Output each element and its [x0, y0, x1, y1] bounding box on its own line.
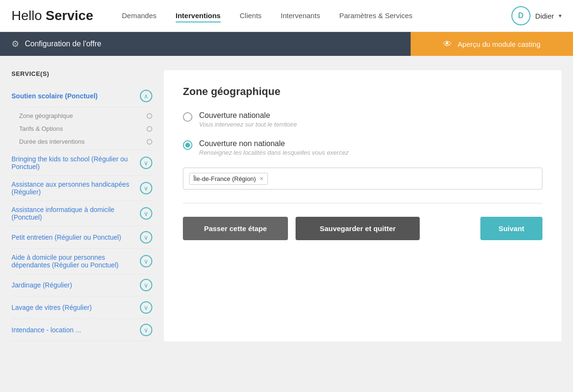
tag-input-area[interactable]: Île-de-France (Région) ×: [183, 168, 542, 190]
radio-nationale-sublabel: Vous intervenez sur tout le territoire: [199, 121, 297, 128]
sidebar-subitem-label: Durée des interventions: [19, 138, 85, 145]
brand-service: Service: [46, 8, 94, 23]
chevron-down-icon: ∨: [140, 324, 152, 336]
sidebar-subitem-zone[interactable]: Zone géographique: [19, 109, 152, 122]
radio-non-nationale-text: Couverture non nationale Renseignez les …: [199, 139, 349, 156]
chevron-up-icon: ∧: [140, 90, 152, 102]
preview-module-button[interactable]: 👁 Aperçu du module casting: [411, 32, 573, 56]
radio-circle-nationale: [183, 112, 192, 122]
sidebar-item-jardinage[interactable]: Jardinage (Régulier) ∨: [11, 274, 152, 297]
nav-clients[interactable]: Clients: [240, 10, 262, 22]
gear-icon: ⚙: [11, 39, 19, 49]
sidebar-section-title: SERVICE(S): [11, 70, 152, 77]
tag-text: Île-de-France (Région): [193, 175, 256, 182]
avatar: D: [511, 6, 531, 25]
chevron-down-icon: ∨: [140, 157, 152, 169]
radio-nationale[interactable]: Couverture nationale Vous intervenez sur…: [183, 111, 542, 128]
sidebar: SERVICE(S) Soutien scolaire (Ponctuel) ∧…: [11, 70, 152, 341]
nav-links: Demandes Interventions Clients Intervena…: [122, 10, 511, 22]
sidebar-item-label: Bringing the kids to school (Régulier ou…: [11, 155, 140, 170]
brand-logo: Hello Service: [11, 8, 93, 23]
subheader-left: ⚙ Configuration de l'offre: [0, 39, 411, 49]
navbar: Hello Service Demandes Interventions Cli…: [0, 0, 573, 32]
sidebar-item-label: Assistance informatique à domicile (Ponc…: [11, 206, 140, 221]
sidebar-item-aide-domicile[interactable]: Aide à domicile pour personnes dépendant…: [11, 249, 152, 274]
chevron-down-icon: ∨: [140, 279, 152, 291]
chevron-down-icon: ∨: [140, 301, 152, 314]
eye-icon: 👁: [443, 39, 452, 49]
sidebar-item-label: Jardinage (Régulier): [11, 281, 72, 289]
sidebar-item-label: Aide à domicile pour personnes dépendant…: [11, 254, 140, 269]
sidebar-item-petit-entretien[interactable]: Petit entretien (Régulier ou Ponctuel) ∨: [11, 226, 152, 249]
tag-ile-de-france: Île-de-France (Région) ×: [189, 173, 268, 185]
sidebar-subitems-soutien: Zone géographique Tarifs & Options Durée…: [11, 107, 152, 150]
chevron-down-icon: ∨: [140, 182, 152, 194]
sidebar-item-label: Assistance aux personnes handicapées (Ré…: [11, 180, 140, 196]
radio-non-nationale[interactable]: Couverture non nationale Renseignez les …: [183, 139, 542, 156]
user-name: Didier: [535, 12, 554, 20]
user-menu[interactable]: D Didier ▾: [511, 6, 562, 25]
preview-text: Aperçu du module casting: [457, 40, 540, 48]
subitem-dot-icon: [147, 139, 152, 145]
chevron-down-icon: ∨: [140, 255, 152, 267]
subheader-title: Configuration de l'offre: [25, 40, 101, 48]
sidebar-item-bringing[interactable]: Bringing the kids to school (Régulier ou…: [11, 150, 152, 176]
sidebar-item-assistance-handicap[interactable]: Assistance aux personnes handicapées (Ré…: [11, 176, 152, 201]
sauvegarder-quitter-button[interactable]: Sauvegarder et quitter: [296, 217, 420, 240]
page-title: Zone géographique: [183, 85, 542, 98]
chevron-down-icon: ∨: [140, 231, 152, 244]
sidebar-item-label: Lavage de vitres (Régulier): [11, 304, 92, 311]
sidebar-item-label: Intendance - location ...: [11, 326, 81, 334]
sidebar-item-label: Soutien scolaire (Ponctuel): [11, 92, 97, 100]
sidebar-item-assistance-info[interactable]: Assistance informatique à domicile (Ponc…: [11, 201, 152, 226]
subitem-dot-icon: [147, 126, 152, 132]
subheader: ⚙ Configuration de l'offre 👁 Aperçu du m…: [0, 32, 573, 56]
suivant-button[interactable]: Suivant: [480, 217, 542, 240]
brand-hello: Hello: [11, 8, 46, 23]
subitem-dot-icon: [147, 113, 152, 119]
radio-nationale-text: Couverture nationale Vous intervenez sur…: [199, 111, 297, 128]
main-layout: SERVICE(S) Soutien scolaire (Ponctuel) ∧…: [0, 56, 573, 356]
sidebar-subitem-label: Zone géographique: [19, 112, 73, 119]
nav-interventions[interactable]: Interventions: [176, 10, 221, 22]
sidebar-item-lavage-vitres[interactable]: Lavage de vitres (Régulier) ∨: [11, 297, 152, 319]
radio-circle-non-nationale: [183, 140, 192, 150]
sidebar-item-intendance[interactable]: Intendance - location ... ∨: [11, 319, 152, 341]
radio-nationale-label: Couverture nationale: [199, 111, 297, 120]
action-buttons: Passer cette étape Sauvegarder et quitte…: [183, 217, 542, 240]
sidebar-subitem-tarifs[interactable]: Tarifs & Options: [19, 122, 152, 135]
sidebar-item-label: Petit entretien (Régulier ou Ponctuel): [11, 233, 121, 241]
chevron-down-icon: ▾: [559, 12, 562, 19]
nav-demandes[interactable]: Demandes: [122, 10, 157, 22]
sidebar-subitem-label: Tarifs & Options: [19, 125, 63, 132]
passer-etape-button[interactable]: Passer cette étape: [183, 217, 288, 240]
divider: [183, 203, 542, 203]
nav-parametres[interactable]: Paramètres & Services: [339, 10, 412, 22]
nav-intervenants[interactable]: Intervenants: [281, 10, 320, 22]
radio-non-nationale-label: Couverture non nationale: [199, 139, 349, 148]
sidebar-subitem-duree[interactable]: Durée des interventions: [19, 135, 152, 148]
content-card: Zone géographique Couverture nationale V…: [164, 70, 562, 341]
radio-non-nationale-sublabel: Renseignez les localités dans lesquelles…: [199, 149, 349, 156]
tag-close-button[interactable]: ×: [260, 175, 264, 182]
sidebar-item-soutien-scolaire[interactable]: Soutien scolaire (Ponctuel) ∧: [11, 85, 152, 107]
chevron-down-icon: ∨: [140, 207, 152, 220]
